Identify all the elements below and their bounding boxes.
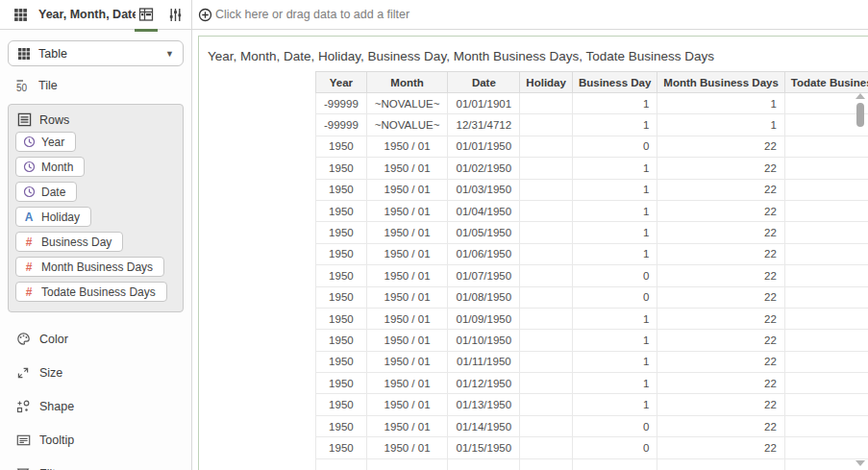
table-cell[interactable]: [520, 265, 573, 286]
table-cell[interactable]: 01/12/1950: [448, 373, 520, 394]
table-cell[interactable]: 1950 / 01: [366, 394, 448, 415]
table-cell[interactable]: 1: [572, 114, 657, 136]
table-cell[interactable]: 1: [572, 93, 657, 114]
table-cell[interactable]: 22: [657, 265, 785, 286]
table-cell[interactable]: [520, 93, 573, 114]
table-cell[interactable]: 1: [657, 114, 785, 136]
table-cell[interactable]: 0: [572, 437, 657, 458]
table-cell[interactable]: 01/14/1950: [448, 415, 520, 436]
table-cell[interactable]: 1950 / 01: [366, 243, 448, 264]
table-cell[interactable]: 22: [657, 330, 785, 351]
table-cell[interactable]: [520, 179, 573, 200]
table-cell[interactable]: 12/31/4712: [448, 114, 520, 136]
table-cell[interactable]: 22: [657, 158, 785, 179]
table-cell[interactable]: 01/04/1950: [448, 200, 520, 221]
table-cell[interactable]: 1: [572, 243, 657, 264]
table-cell[interactable]: [520, 415, 573, 436]
table-cell[interactable]: [572, 458, 657, 470]
table-cell[interactable]: 01/11/1950: [448, 351, 520, 372]
table-cell[interactable]: 22: [657, 415, 785, 436]
table-cell[interactable]: 1950 / 01: [366, 373, 448, 394]
table-cell[interactable]: 1950: [316, 158, 367, 179]
table-cell[interactable]: 01/03/1950: [448, 179, 520, 200]
table-cell[interactable]: 01/08/1950: [448, 286, 520, 308]
table-cell[interactable]: 0: [572, 286, 657, 308]
table-cell[interactable]: 1: [572, 394, 657, 415]
table-cell[interactable]: 22: [657, 179, 785, 200]
table-cell[interactable]: 1: [572, 158, 657, 179]
table-cell[interactable]: 1950: [316, 308, 367, 329]
table-cell[interactable]: 22: [657, 136, 785, 157]
table-cell[interactable]: 01/13/1950: [448, 394, 520, 415]
table-cell[interactable]: 1950: [316, 136, 367, 157]
table-cell[interactable]: 1950: [316, 351, 367, 372]
table-cell[interactable]: 1950 / 01: [366, 308, 448, 329]
table-cell[interactable]: [520, 308, 573, 329]
table-cell[interactable]: 1950 / 01: [366, 222, 448, 243]
table-cell[interactable]: 0: [572, 136, 657, 157]
table-cell[interactable]: 1950 / 01: [366, 330, 448, 351]
properties-sliders-icon[interactable]: [164, 4, 186, 25]
scroll-up-arrow-icon[interactable]: [856, 93, 865, 99]
table-cell[interactable]: 1950: [316, 265, 367, 286]
table-cell[interactable]: 1950: [316, 437, 367, 458]
row-pill-todate-business-days[interactable]: #Todate Business Days: [15, 282, 167, 302]
table-cell[interactable]: 0: [572, 265, 657, 286]
table-cell[interactable]: [448, 458, 520, 470]
table-cell[interactable]: [657, 458, 785, 470]
grammar-target-color[interactable]: Color: [15, 332, 191, 346]
table-cell[interactable]: 22: [657, 308, 785, 329]
table-cell[interactable]: 22: [657, 437, 785, 458]
table-cell[interactable]: 1950 / 01: [366, 200, 448, 221]
table-cell[interactable]: 22: [657, 351, 785, 372]
scroll-down-arrow-icon[interactable]: [856, 460, 865, 466]
table-cell[interactable]: 1: [657, 93, 785, 114]
table-cell[interactable]: [520, 437, 573, 458]
table-cell[interactable]: [520, 243, 573, 264]
table-cell[interactable]: 1950 / 01: [366, 179, 448, 200]
table-cell[interactable]: [520, 136, 573, 157]
grammar-target-tooltip[interactable]: Tooltip: [15, 433, 191, 447]
table-cell[interactable]: 01/02/1950: [448, 158, 520, 179]
table-cell[interactable]: [520, 200, 573, 221]
table-cell[interactable]: [520, 458, 573, 470]
grammar-panel-tab[interactable]: [136, 4, 157, 26]
row-pill-month-business-days[interactable]: #Month Business Days: [15, 257, 164, 277]
column-header-business-day[interactable]: Business Day: [572, 72, 657, 93]
table-cell[interactable]: 1950: [316, 415, 367, 436]
table-cell[interactable]: [520, 158, 573, 179]
table-cell[interactable]: 1950: [316, 200, 367, 221]
grammar-target-size[interactable]: Size: [15, 365, 191, 380]
table-cell[interactable]: 01/06/1950: [448, 243, 520, 264]
column-header-month[interactable]: Month: [366, 72, 448, 93]
table-cell[interactable]: 1: [572, 222, 657, 243]
table-cell[interactable]: 1950: [316, 373, 367, 394]
row-pill-date[interactable]: Date: [15, 182, 77, 202]
table-cell[interactable]: 01/05/1950: [448, 222, 520, 243]
column-header-year[interactable]: Year: [316, 72, 367, 93]
table-cell[interactable]: ~NOVALUE~: [366, 93, 448, 114]
table-cell[interactable]: [316, 458, 367, 470]
table-cell[interactable]: 0: [572, 415, 657, 436]
vertical-scrollbar[interactable]: [855, 93, 866, 466]
table-cell[interactable]: [520, 330, 573, 351]
table-cell[interactable]: [366, 458, 448, 470]
table-cell[interactable]: -99999: [316, 114, 367, 136]
table-cell[interactable]: 1950: [316, 222, 367, 243]
rows-drop-zone[interactable]: Rows YearMonthDateAHoliday#Business Day#…: [8, 104, 184, 312]
table-cell[interactable]: [520, 114, 573, 136]
table-cell[interactable]: 22: [657, 200, 785, 221]
scrollbar-thumb[interactable]: [856, 103, 864, 127]
table-cell[interactable]: 1950: [316, 286, 367, 308]
table-cell[interactable]: 1950: [316, 394, 367, 415]
table-cell[interactable]: 01/07/1950: [448, 265, 520, 286]
column-header-todate-business-days[interactable]: Todate Business Days: [784, 72, 868, 93]
table-cell[interactable]: 22: [657, 243, 785, 264]
column-header-date[interactable]: Date: [448, 72, 520, 93]
table-cell[interactable]: 1: [572, 373, 657, 394]
table-cell[interactable]: ~NOVALUE~: [366, 114, 448, 136]
table-cell[interactable]: [520, 394, 573, 415]
table-visualization[interactable]: Year, Month, Date, Holiday, Business Day…: [198, 36, 868, 470]
table-cell[interactable]: 1950 / 01: [366, 136, 448, 157]
table-cell[interactable]: [520, 286, 573, 308]
